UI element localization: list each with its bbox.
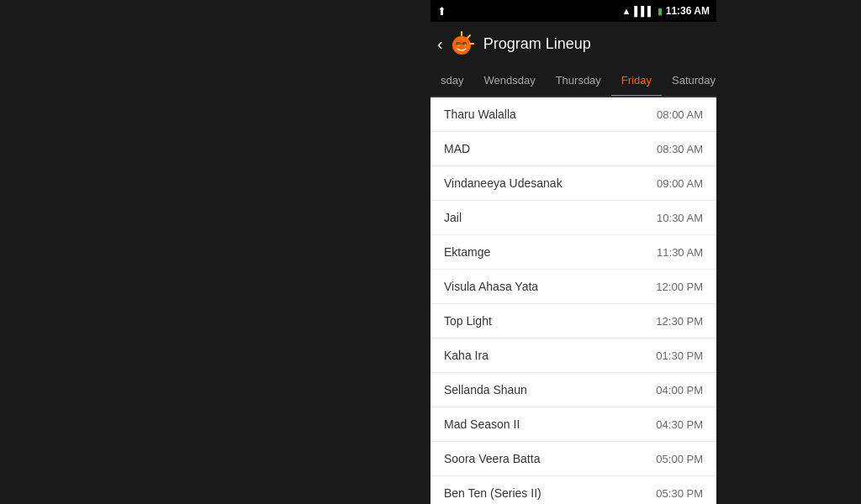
program-name: MAD <box>444 142 470 155</box>
program-time: 11:30 AM <box>657 246 703 259</box>
program-time: 04:00 PM <box>656 384 703 396</box>
program-name: Mad Season II <box>444 417 520 431</box>
status-bar: ⬆ ▲ ▌▌▌ ▮ 11:36 AM <box>430 0 716 22</box>
battery-icon: ▮ <box>658 6 663 17</box>
program-item[interactable]: Jail10:30 AM <box>430 201 716 235</box>
toolbar: ‹ Program Lineup <box>430 22 716 66</box>
back-button[interactable]: ‹ <box>437 34 443 54</box>
program-item[interactable]: Sellanda Shaun04:00 PM <box>430 373 716 407</box>
program-time: 04:30 PM <box>656 418 703 431</box>
program-time: 05:00 PM <box>656 453 703 465</box>
program-name: Sellanda Shaun <box>444 383 527 396</box>
program-time: 08:30 AM <box>657 143 703 155</box>
toolbar-title: Program Lineup <box>483 35 591 53</box>
status-right: ▲ ▌▌▌ ▮ 11:36 AM <box>621 5 710 17</box>
program-time: 01:30 PM <box>656 349 703 362</box>
tab-tuesday[interactable]: sday <box>430 66 473 97</box>
program-item[interactable]: Ektamge11:30 AM <box>430 235 716 270</box>
program-time: 12:30 PM <box>656 315 703 328</box>
status-time: 11:36 AM <box>666 5 710 17</box>
phone-container: ⬆ ▲ ▌▌▌ ▮ 11:36 AM ‹ <box>430 0 716 504</box>
svg-point-0 <box>452 36 471 55</box>
program-item[interactable]: Ben Ten (Series II)05:30 PM <box>430 476 716 504</box>
tab-thursday[interactable]: Thursday <box>546 66 611 97</box>
program-list: Tharu Walalla08:00 AMMAD08:30 AMVindanee… <box>430 97 716 504</box>
program-item[interactable]: Top Light12:30 PM <box>430 304 716 339</box>
tab-wednesday[interactable]: Wendsday <box>473 66 545 97</box>
program-name: Soora Veera Batta <box>444 452 540 465</box>
usb-icon: ⬆ <box>437 5 446 18</box>
tab-saturday[interactable]: Saturday <box>662 66 716 97</box>
app-logo <box>446 29 477 59</box>
program-item[interactable]: Visula Ahasa Yata12:00 PM <box>430 270 716 304</box>
program-item[interactable]: MAD08:30 AM <box>430 132 716 166</box>
program-item[interactable]: Vindaneeya Udesanak09:00 AM <box>430 166 716 201</box>
program-time: 05:30 PM <box>656 487 703 500</box>
program-time: 10:30 AM <box>657 212 703 224</box>
tabs-container: sday Wendsday Thursday Friday Saturday <box>430 66 716 97</box>
program-item[interactable]: Soora Veera Batta05:00 PM <box>430 442 716 476</box>
tab-friday[interactable]: Friday <box>611 66 662 97</box>
program-name: Jail <box>444 211 462 224</box>
logo-svg <box>446 29 477 59</box>
wifi-icon: ▲ <box>621 6 631 16</box>
status-left: ⬆ <box>437 5 446 18</box>
signal-icon: ▌▌▌ <box>634 6 653 16</box>
svg-line-2 <box>467 35 470 38</box>
program-name: Ektamge <box>444 245 490 259</box>
program-name: Visula Ahasa Yata <box>444 280 538 293</box>
program-time: 12:00 PM <box>656 281 703 293</box>
program-item[interactable]: Mad Season II04:30 PM <box>430 407 716 442</box>
program-time: 08:00 AM <box>657 108 703 121</box>
svg-rect-7 <box>462 42 467 45</box>
svg-rect-6 <box>456 42 460 45</box>
program-item[interactable]: Kaha Ira01:30 PM <box>430 339 716 373</box>
program-item[interactable]: Tharu Walalla08:00 AM <box>430 97 716 132</box>
program-name: Top Light <box>444 314 492 328</box>
program-name: Ben Ten (Series II) <box>444 486 541 500</box>
program-time: 09:00 AM <box>657 177 703 190</box>
program-name: Tharu Walalla <box>444 108 516 121</box>
program-name: Vindaneeya Udesanak <box>444 176 563 190</box>
program-name: Kaha Ira <box>444 349 489 362</box>
